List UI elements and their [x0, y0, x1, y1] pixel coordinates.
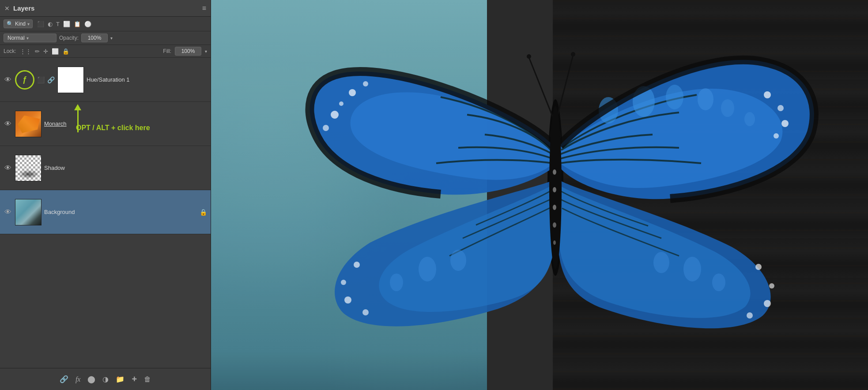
svg-point-5: [571, 52, 575, 56]
visibility-icon[interactable]: 👁: [4, 208, 12, 216]
opacity-label: Opacity:: [59, 35, 79, 41]
close-icon[interactable]: ✕: [4, 5, 10, 12]
svg-point-17: [764, 91, 771, 98]
svg-point-37: [553, 169, 556, 175]
svg-point-36: [551, 124, 560, 149]
svg-line-2: [529, 57, 555, 124]
layer-chain-icon: ⬛: [37, 76, 45, 83]
fill-value[interactable]: 100%: [175, 47, 201, 56]
svg-point-10: [323, 125, 329, 131]
lock-label: Lock:: [4, 48, 16, 54]
svg-point-12: [666, 85, 683, 109]
lock-all-icon[interactable]: 🔒: [62, 48, 69, 55]
layer-mask-icon: 🔗: [47, 76, 55, 83]
layer-thumbnail: [15, 111, 42, 137]
svg-point-25: [341, 280, 346, 285]
svg-point-31: [755, 264, 762, 270]
svg-point-39: [553, 205, 556, 210]
layers-list: 👁 ƒ ⬛ 🔗 Hue/Saturation 1 👁 Monarch: [0, 58, 211, 368]
annotation-text: OPT / ALT + click here: [76, 124, 150, 132]
image-filter-icon[interactable]: ⬛: [37, 21, 44, 27]
svg-point-26: [344, 296, 351, 304]
svg-point-22: [450, 250, 466, 271]
layer-lock-icon: 🔒: [200, 209, 207, 216]
layer-thumbnail: [15, 155, 42, 181]
kind-label: Kind: [15, 21, 26, 27]
lock-artboard-icon[interactable]: ⬜: [52, 48, 59, 55]
adjustment-layer-icon[interactable]: ◑: [102, 375, 109, 383]
circle-filter-icon[interactable]: ◐: [48, 21, 53, 27]
svg-point-20: [774, 133, 779, 139]
svg-point-18: [777, 105, 784, 111]
opacity-chevron[interactable]: ▾: [110, 36, 113, 41]
svg-point-29: [653, 252, 669, 273]
svg-point-4: [527, 54, 531, 59]
filter-icons-group: ⬛ ◐ T ⬜ 📋 ⚪: [37, 21, 91, 27]
layer-name: Hue/Saturation 1: [87, 76, 207, 83]
butterfly-svg: [299, 22, 829, 353]
svg-point-33: [764, 300, 771, 307]
svg-point-24: [354, 262, 360, 268]
canvas-area: [211, 0, 868, 390]
svg-point-21: [419, 257, 436, 281]
svg-point-32: [769, 283, 774, 289]
add-mask-icon[interactable]: ⬤: [87, 375, 95, 383]
canvas-background: [211, 0, 868, 390]
svg-point-19: [781, 120, 789, 127]
panel-bottombar: 🔗 fx ⬤ ◑ 📁 + 🗑: [0, 368, 211, 390]
visibility-icon[interactable]: 👁: [4, 120, 12, 128]
layer-thumbnail: [15, 199, 42, 225]
hue-sat-adjustment-icon: ƒ: [15, 70, 34, 90]
filter-kind-select[interactable]: 🔍 Kind ▾: [4, 19, 33, 28]
lock-move-icon[interactable]: ✛: [43, 48, 48, 55]
svg-point-41: [553, 240, 556, 245]
filter-row: 🔍 Kind ▾ ⬛ ◐ T ⬜ 📋 ⚪: [0, 17, 211, 31]
svg-point-30: [712, 274, 725, 291]
new-group-icon[interactable]: 📁: [116, 375, 125, 383]
svg-point-13: [698, 88, 713, 110]
visibility-icon[interactable]: 👁: [4, 164, 12, 172]
search-icon: 🔍: [7, 21, 13, 27]
layers-panel: ✕ Layers ≡ 🔍 Kind ▾ ⬛ ◐ T ⬜ 📋 ⚪ Normal ▾…: [0, 0, 211, 390]
fill-chevron[interactable]: ▾: [205, 49, 207, 54]
kind-chevron: ▾: [27, 22, 30, 26]
svg-point-15: [721, 99, 734, 117]
svg-point-40: [553, 222, 556, 228]
delete-layer-icon[interactable]: 🗑: [144, 375, 151, 383]
layer-name: Background: [44, 209, 197, 215]
svg-point-6: [349, 89, 356, 96]
svg-point-8: [339, 101, 343, 106]
butterfly-image: [299, 22, 829, 353]
svg-point-34: [747, 312, 753, 319]
layer-item[interactable]: 👁 Shadow: [0, 146, 211, 190]
new-layer-icon[interactable]: +: [132, 374, 137, 384]
fx-icon[interactable]: fx: [75, 375, 81, 383]
blend-mode-select[interactable]: Normal ▾: [4, 34, 57, 42]
dot-filter-icon[interactable]: ⚪: [84, 21, 91, 27]
svg-line-3: [555, 55, 573, 124]
svg-point-9: [331, 111, 339, 119]
text-filter-icon[interactable]: T: [56, 21, 60, 27]
panel-menu-icon[interactable]: ≡: [202, 4, 206, 12]
svg-point-27: [362, 309, 369, 315]
layer-item[interactable]: 👁 Background 🔒: [0, 190, 211, 234]
layer-name: Shadow: [44, 165, 207, 171]
lock-pixel-icon[interactable]: ⋮⋮: [20, 48, 31, 55]
visibility-icon[interactable]: 👁: [4, 76, 12, 84]
shape-filter-icon[interactable]: ⬜: [63, 21, 70, 27]
lock-icons-group: ⋮⋮ ✏ ✛ ⬜ 🔒: [20, 48, 69, 55]
opacity-value[interactable]: 100%: [81, 34, 108, 42]
svg-point-28: [683, 257, 701, 281]
smart-filter-icon[interactable]: 📋: [74, 21, 81, 27]
link-layers-icon[interactable]: 🔗: [60, 375, 68, 383]
svg-point-38: [553, 187, 556, 192]
layer-item[interactable]: 👁 ƒ ⬛ 🔗 Hue/Saturation 1: [0, 58, 211, 102]
layer-item[interactable]: 👁 Monarch OPT / ALT + click here: [0, 102, 211, 146]
lock-paint-icon[interactable]: ✏: [35, 48, 40, 55]
layer-thumbnail: [57, 67, 84, 93]
fill-label: Fill:: [163, 48, 171, 54]
blend-opacity-row: Normal ▾ Opacity: 100% ▾: [0, 31, 211, 45]
lock-row: Lock: ⋮⋮ ✏ ✛ ⬜ 🔒 Fill: 100% ▾: [0, 45, 211, 58]
panel-titlebar: ✕ Layers ≡: [0, 0, 211, 17]
blend-mode-label: Normal: [8, 35, 25, 41]
